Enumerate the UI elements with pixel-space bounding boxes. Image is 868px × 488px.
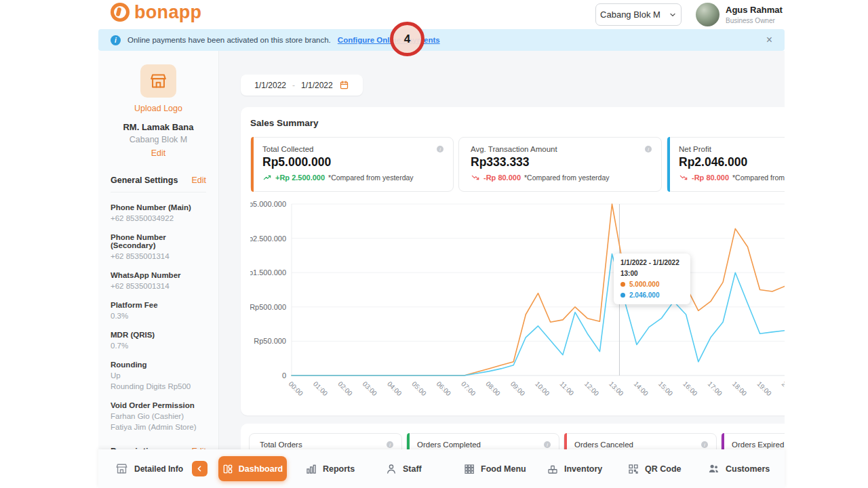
app-column: bonapp Cabang Blok M Agus Rahmat Busines… (98, 0, 785, 488)
close-icon[interactable]: × (766, 35, 772, 45)
trend-down-icon (471, 174, 480, 182)
svg-text:Rp1.500.000: Rp1.500.000 (250, 268, 286, 277)
stat-value: Rp5.000.000 (262, 155, 443, 169)
calendar-icon (339, 80, 349, 90)
trend-down-icon (679, 174, 688, 182)
store-sidebar: Upload Logo RM. Lamak Bana Cabang Blok M… (98, 51, 219, 488)
store-branch-name: Cabang Blok M (111, 135, 206, 144)
content-area: Upload Logo RM. Lamak Bana Cabang Blok M… (98, 51, 785, 488)
tooltip-value: 2.046.000 (629, 291, 660, 299)
trend-note: *Compared from yesterday (732, 174, 785, 182)
tab-customers[interactable]: Customers (707, 449, 770, 488)
grid-icon (463, 463, 475, 475)
svg-text:17:00: 17:00 (707, 380, 724, 398)
collapse-nav-button[interactable] (192, 461, 208, 476)
stat-card-net-profit: Net Profit i Rp2.046.000 -Rp 80.000 *Com… (667, 137, 785, 192)
svg-text:06:00: 06:00 (435, 380, 453, 398)
edit-store-link[interactable]: Edit (111, 148, 206, 158)
branch-selector-value: Cabang Blok M (600, 9, 660, 20)
svg-text:Rp500.000: Rp500.000 (250, 303, 286, 311)
tab-label: Reports (323, 464, 355, 474)
sales-chart-area: 0Rp50.000Rp500.000Rp1.500.000Rp2.500.000… (250, 197, 785, 424)
user-meta: Agus Rahmat Business Owner (726, 5, 783, 24)
tab-inventory[interactable]: Inventory (547, 449, 602, 488)
tab-label: Staff (403, 464, 422, 474)
stat-card-avg-transaction: Avg. Transaction Amount i Rp333.333 -Rp … (458, 137, 662, 192)
svg-text:18:00: 18:00 (731, 380, 749, 398)
svg-text:Rp50.000: Rp50.000 (254, 337, 286, 345)
tab-reports[interactable]: Reports (305, 449, 355, 488)
stat-label: Total Collected (262, 145, 313, 153)
sales-summary-card: Sales Summary Total Collected i Rp5.000.… (241, 107, 785, 415)
brand-wordmark: bonapp (134, 3, 201, 22)
stat-value: Rp2.046.000 (679, 155, 785, 169)
tab-qr-code[interactable]: QR Code (627, 449, 681, 488)
tooltip-date-range: 1/1/2022 - 1/1/2022 (620, 259, 684, 266)
svg-text:02:00: 02:00 (336, 380, 354, 398)
svg-text:05:00: 05:00 (410, 380, 428, 398)
info-icon[interactable]: i (645, 146, 652, 152)
svg-text:15:00: 15:00 (657, 380, 675, 398)
trend-amount: -Rp 80.000 (484, 174, 521, 182)
banner-text: Online payments have been activated on t… (127, 36, 331, 44)
tab-label: Inventory (564, 464, 602, 474)
svg-text:11:00: 11:00 (558, 380, 575, 397)
trend-note: *Compared from yesterday (524, 174, 609, 182)
store-logo-placeholder[interactable] (140, 64, 176, 98)
stat-accent-bar (667, 137, 670, 192)
branch-selector[interactable]: Cabang Blok M (595, 3, 682, 26)
info-icon[interactable]: i (701, 441, 708, 448)
chevron-down-icon (669, 11, 677, 19)
sidebar-field: Rounding Up Rounding Digits Rp500 (111, 361, 206, 390)
trend-amount: -Rp 80.000 (692, 174, 729, 182)
date-range-start: 1/1/2022 (254, 81, 286, 90)
svg-text:19:00: 19:00 (755, 380, 773, 398)
stat-card-total-collected: Total Collected i Rp5.000.000 +Rp 2.500.… (250, 137, 454, 192)
sidebar-field: Phone Number (Main) +62 85350034922 (111, 203, 206, 222)
user-name: Agus Rahmat (726, 5, 783, 15)
inventory-box-icon (547, 463, 559, 475)
person-icon (385, 463, 397, 475)
tab-food-menu[interactable]: Food Menu (463, 449, 526, 488)
chevron-left-icon (195, 464, 204, 473)
svg-text:00:00: 00:00 (288, 380, 305, 398)
avatar[interactable] (696, 3, 719, 26)
svg-text:07:00: 07:00 (460, 380, 477, 398)
people-icon (707, 462, 720, 475)
date-range-picker[interactable]: 1/1/2022 - 1/1/2022 (241, 75, 363, 96)
sales-chart[interactable]: 0Rp50.000Rp500.000Rp1.500.000Rp2.500.000… (250, 197, 785, 407)
app-logo: bonapp (111, 3, 201, 22)
upload-logo-link[interactable]: Upload Logo (111, 104, 206, 113)
svg-text:14:00: 14:00 (632, 380, 650, 398)
svg-text:16:00: 16:00 (682, 380, 699, 398)
tab-dashboard[interactable]: Dashboard (218, 456, 287, 481)
svg-text:08:00: 08:00 (484, 380, 502, 398)
tab-detailed-info[interactable]: Detailed Info (115, 449, 183, 488)
configure-online-payments-link[interactable]: Configure Online Payments (338, 36, 440, 44)
tab-label: Food Menu (481, 464, 526, 474)
user-role: Business Owner (726, 17, 783, 24)
order-label: Orders Expired (732, 441, 784, 449)
order-label: Total Orders (260, 441, 302, 449)
bar-chart-icon (305, 463, 317, 475)
edit-general-settings-link[interactable]: Edit (191, 176, 206, 185)
tab-label: QR Code (645, 464, 681, 474)
info-icon[interactable]: i (437, 146, 443, 152)
svg-text:04:00: 04:00 (386, 380, 403, 398)
svg-text:13:00: 13:00 (608, 380, 625, 398)
store-name: RM. Lamak Bana (111, 122, 206, 132)
tab-label: Detailed Info (134, 464, 183, 474)
info-icon[interactable]: i (387, 441, 393, 448)
tab-label: Dashboard (239, 464, 283, 474)
stat-card-row: Total Collected i Rp5.000.000 +Rp 2.500.… (250, 137, 785, 192)
tab-label: Customers (726, 464, 770, 474)
bonapp-logo-icon (111, 3, 130, 22)
svg-text:03:00: 03:00 (361, 380, 379, 398)
info-icon[interactable]: i (544, 441, 551, 448)
dashboard-icon (222, 464, 233, 474)
annotation-badge: 4 (390, 22, 425, 56)
svg-text:12:00: 12:00 (583, 380, 601, 398)
tab-staff[interactable]: Staff (385, 449, 422, 488)
stat-label: Net Profit (679, 145, 711, 153)
storefront-icon (149, 72, 167, 90)
